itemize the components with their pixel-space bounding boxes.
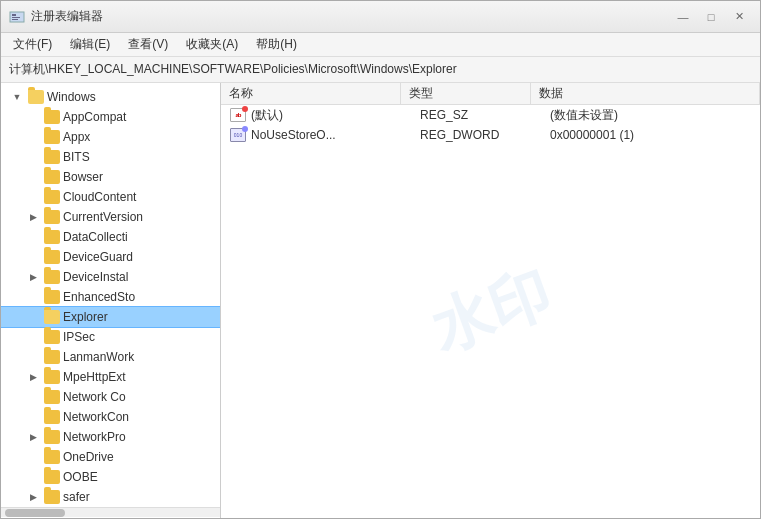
expander-onedrive[interactable] (25, 449, 41, 465)
tree-item-datacollecti[interactable]: DataCollecti (1, 227, 220, 247)
title-bar-left: 注册表编辑器 (9, 8, 103, 25)
svg-rect-2 (12, 17, 20, 18)
expander-lanmanwork[interactable] (25, 349, 41, 365)
tree-item-currentversion[interactable]: ▶ CurrentVersion (1, 207, 220, 227)
expander-deviceinstal[interactable]: ▶ (25, 269, 41, 285)
tree-item-networkcon[interactable]: NetworkCon (1, 407, 220, 427)
tree-label-explorer: Explorer (63, 310, 216, 324)
tree-item-safer[interactable]: ▶ safer (1, 487, 220, 507)
tree-item-oobe[interactable]: OOBE (1, 467, 220, 487)
tree-label-lanmanwork: LanmanWork (63, 350, 216, 364)
tree-label-appcompat: AppCompat (63, 110, 216, 124)
tree-item-ipsec[interactable]: IPSec (1, 327, 220, 347)
tree-item-lanmanwork[interactable]: LanmanWork (1, 347, 220, 367)
expander-bits[interactable] (25, 149, 41, 165)
folder-icon-appcompat (44, 110, 60, 124)
close-button[interactable]: ✕ (726, 7, 752, 27)
folder-icon-explorer (44, 310, 60, 324)
registry-body: 水印 ab (默认) REG_SZ (数值未设置) 010 NoUseStore… (221, 105, 760, 518)
tree-label-onedrive: OneDrive (63, 450, 216, 464)
folder-icon-datacollecti (44, 230, 60, 244)
tree-item-bits[interactable]: BITS (1, 147, 220, 167)
tree-label-currentversion: CurrentVersion (63, 210, 216, 224)
right-panel: 名称 类型 数据 水印 ab (默认) REG_SZ (数值未设置) (221, 83, 760, 518)
expander-oobe[interactable] (25, 469, 41, 485)
reg-data-default: (数值未设置) (546, 107, 760, 124)
expander-cloudcontent[interactable] (25, 189, 41, 205)
tree-hscroll[interactable] (1, 507, 220, 517)
window-title: 注册表编辑器 (31, 8, 103, 25)
expander-appcompat[interactable] (25, 109, 41, 125)
tree-item-appcompat[interactable]: AppCompat (1, 107, 220, 127)
folder-icon-mpehttpext (44, 370, 60, 384)
expander-safer[interactable]: ▶ (25, 489, 41, 505)
folder-icon-onedrive (44, 450, 60, 464)
registry-header: 名称 类型 数据 (221, 83, 760, 105)
reg-type-default: REG_SZ (416, 108, 546, 122)
registry-row-default[interactable]: ab (默认) REG_SZ (数值未设置) (221, 105, 760, 125)
col-header-type[interactable]: 类型 (401, 83, 531, 104)
col-header-name[interactable]: 名称 (221, 83, 401, 104)
col-header-data[interactable]: 数据 (531, 83, 760, 104)
app-icon (9, 9, 25, 25)
tree-item-enhancedsto[interactable]: EnhancedSto (1, 287, 220, 307)
tree-label-enhancedsto: EnhancedSto (63, 290, 216, 304)
tree-hscroll-thumb[interactable] (5, 509, 65, 517)
menu-view[interactable]: 查看(V) (120, 34, 176, 55)
tree-item-deviceguard[interactable]: DeviceGuard (1, 247, 220, 267)
tree-label-oobe: OOBE (63, 470, 216, 484)
folder-icon-currentversion (44, 210, 60, 224)
reg-type-nousestorero: REG_DWORD (416, 128, 546, 142)
dword-type-icon: 010 (230, 128, 246, 142)
expander-appx[interactable] (25, 129, 41, 145)
main-content: ▼ Windows AppCompat Appx BITS (1, 83, 760, 518)
tree-item-mpehttpext[interactable]: ▶ MpeHttpExt (1, 367, 220, 387)
maximize-button[interactable]: □ (698, 7, 724, 27)
watermark: 水印 (420, 253, 560, 370)
tree-item-networkpro[interactable]: ▶ NetworkPro (1, 427, 220, 447)
tree-label-deviceinstal: DeviceInstal (63, 270, 216, 284)
expander-currentversion[interactable]: ▶ (25, 209, 41, 225)
expander-networkpro[interactable]: ▶ (25, 429, 41, 445)
tree-panel[interactable]: ▼ Windows AppCompat Appx BITS (1, 83, 221, 518)
svg-rect-1 (12, 14, 16, 16)
title-bar: 注册表编辑器 — □ ✕ (1, 1, 760, 33)
tree-item-onedrive[interactable]: OneDrive (1, 447, 220, 467)
expander-ipsec[interactable] (25, 329, 41, 345)
tree-label-windows: Windows (47, 90, 216, 104)
reg-name-nousestorero: NoUseStoreO... (251, 128, 416, 142)
folder-icon-cloudcontent (44, 190, 60, 204)
registry-row-nousestorero[interactable]: 010 NoUseStoreO... REG_DWORD 0x00000001 … (221, 125, 760, 145)
folder-icon-oobe (44, 470, 60, 484)
tree-item-networkco[interactable]: Network Co (1, 387, 220, 407)
expander-mpehttpext[interactable]: ▶ (25, 369, 41, 385)
reg-name-default: (默认) (251, 107, 416, 124)
expander-bowser[interactable] (25, 169, 41, 185)
expander-datacollecti[interactable] (25, 229, 41, 245)
tree-item-appx[interactable]: Appx (1, 127, 220, 147)
menu-file[interactable]: 文件(F) (5, 34, 60, 55)
expander-networkcon[interactable] (25, 409, 41, 425)
tree-label-appx: Appx (63, 130, 216, 144)
tree-item-explorer[interactable]: Explorer (1, 307, 220, 327)
tree-item-bowser[interactable]: Bowser (1, 167, 220, 187)
menu-edit[interactable]: 编辑(E) (62, 34, 118, 55)
expander-networkco[interactable] (25, 389, 41, 405)
tree-label-networkco: Network Co (63, 390, 216, 404)
tree-label-bits: BITS (63, 150, 216, 164)
menu-favorites[interactable]: 收藏夹(A) (178, 34, 246, 55)
reg-icon-default: ab (229, 107, 247, 123)
svg-rect-3 (12, 19, 18, 20)
menu-help[interactable]: 帮助(H) (248, 34, 305, 55)
expander-explorer[interactable] (25, 309, 41, 325)
folder-icon-bowser (44, 170, 60, 184)
minimize-button[interactable]: — (670, 7, 696, 27)
tree-item-deviceinstal[interactable]: ▶ DeviceInstal (1, 267, 220, 287)
tree-item-cloudcontent[interactable]: CloudContent (1, 187, 220, 207)
folder-icon-deviceguard (44, 250, 60, 264)
expander-windows[interactable]: ▼ (9, 89, 25, 105)
tree-item-windows[interactable]: ▼ Windows (1, 87, 220, 107)
expander-deviceguard[interactable] (25, 249, 41, 265)
folder-icon-enhancedsto (44, 290, 60, 304)
expander-enhancedsto[interactable] (25, 289, 41, 305)
